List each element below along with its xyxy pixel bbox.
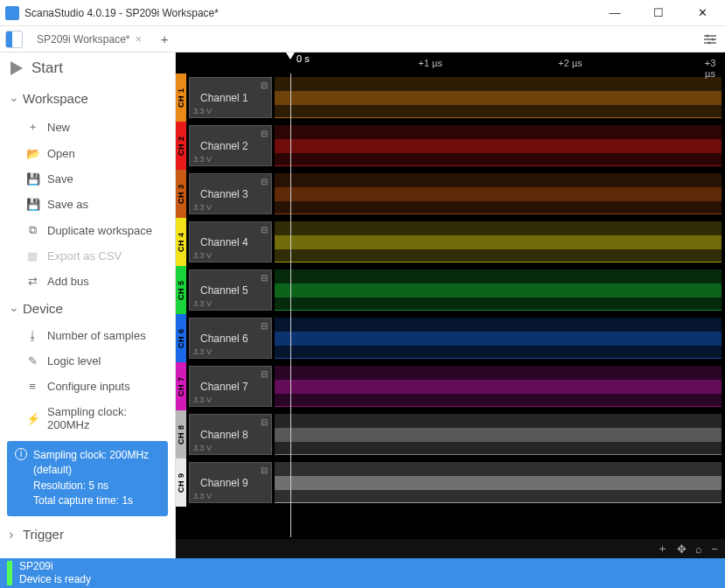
channel-tag[interactable]: CH 8 [176,410,186,458]
channel-header[interactable]: Channel 83.3 V⊟ [189,414,272,455]
chevron-right-icon [9,556,17,558]
start-label: Start [31,60,63,77]
sidebar-item-duplicate[interactable]: ⧉Duplicate workspace [0,217,175,243]
channel-header[interactable]: Channel 63.3 V⊟ [189,318,272,359]
channel-list: CH 1Channel 13.3 V⊟CH 2Channel 23.3 V⊟CH… [176,74,725,539]
channel-trace[interactable] [275,173,722,214]
window-title: ScanaStudio 4.0.19 - SP209i Workspace* [24,7,603,19]
channel-tag[interactable]: CH 4 [176,218,186,266]
sidebar-item-configure-inputs[interactable]: ≡Configure inputs [0,374,175,399]
channel-header[interactable]: Channel 23.3 V⊟ [189,125,272,166]
channel-tag[interactable]: CH 2 [176,122,186,170]
channel-row[interactable]: CH 7Channel 73.3 V⊟ [176,362,725,410]
section-trigger[interactable]: Trigger [0,520,175,550]
collapse-icon[interactable]: ⊟ [261,129,268,138]
device-indicator-icon[interactable] [5,31,23,48]
channel-tag[interactable]: CH 7 [176,362,186,410]
channel-trace[interactable] [275,125,722,166]
waveform-toolbar: ＋ ✥ ⌕ − [176,539,725,558]
collapse-icon[interactable]: ⊟ [261,80,268,90]
status-device: SP209i [19,560,91,573]
channel-row[interactable]: CH 6Channel 63.3 V⊟ [176,314,725,362]
channel-voltage: 3.3 V [193,299,212,308]
channel-trace[interactable] [275,414,722,455]
section-workspace[interactable]: Workspace [0,84,175,113]
download-icon: ⭳ [26,329,38,342]
add-tab-button[interactable]: + [156,29,173,50]
sidebar-item-save-as[interactable]: 💾Save as [0,192,175,217]
close-button[interactable]: ✕ [690,4,715,22]
channel-row[interactable]: CH 1Channel 13.3 V⊟ [176,74,725,122]
pan-button[interactable]: ✥ [677,542,687,556]
workspace-tab[interactable]: SP209i Workspace* × [28,29,150,50]
sidebar-item-export-csv: ▦Export as CSV [0,243,175,269]
section-device[interactable]: Device [0,294,175,323]
chevron-down-icon [9,302,17,316]
svg-point-2 [708,41,711,44]
sidebar-item-open[interactable]: 📂Open [0,141,175,166]
chevron-right-icon [9,527,17,542]
section-protocols[interactable]: Protocols [0,550,175,558]
add-marker-button[interactable]: ＋ [657,541,668,556]
time-ruler[interactable]: 0 s +1 µs +2 µs +3 µs [176,52,725,74]
app-icon [5,6,19,20]
workspace-tab-label: SP209i Workspace* [37,33,130,46]
sidebar-item-sampling-clock[interactable]: ⚡Sampling clock: 200MHz [0,399,175,438]
channel-row[interactable]: CH 5Channel 53.3 V⊟ [176,266,725,314]
settings-icon[interactable] [701,30,720,49]
collapse-icon[interactable]: ⊟ [261,369,268,379]
sidebar-item-new[interactable]: ＋New [0,113,175,141]
waveform-area[interactable]: 0 s +1 µs +2 µs +3 µs CH 1Channel 13.3 V… [176,52,725,558]
channel-header[interactable]: Channel 33.3 V⊟ [189,173,272,214]
channel-tag[interactable]: CH 6 [176,314,186,362]
channel-header[interactable]: Channel 13.3 V⊟ [189,77,272,118]
channel-trace[interactable] [275,462,722,503]
sidebar-item-add-bus[interactable]: ⇄Add bus [0,269,175,294]
sampling-clock-info: i Sampling clock: 200MHz (default) Resol… [7,441,168,516]
svg-point-1 [712,38,715,40]
fit-button[interactable]: − [711,542,718,556]
channel-trace[interactable] [275,221,722,262]
sidebar-item-save[interactable]: 💾Save [0,166,175,192]
maximize-button[interactable]: ☐ [646,4,671,22]
collapse-icon[interactable]: ⊟ [261,417,268,427]
channel-header[interactable]: Channel 53.3 V⊟ [189,270,272,311]
close-icon[interactable]: × [136,32,143,46]
zoom-button[interactable]: ⌕ [695,542,702,556]
channel-tag[interactable]: CH 5 [176,266,186,314]
channel-voltage: 3.3 V [193,492,212,500]
channel-name: Channel 7 [200,381,271,393]
collapse-icon[interactable]: ⊟ [261,225,268,234]
save-icon: 💾 [26,172,38,186]
collapse-icon[interactable]: ⊟ [261,321,268,331]
collapse-icon[interactable]: ⊟ [261,177,268,186]
plus-icon: ＋ [26,119,38,135]
channel-row[interactable]: CH 3Channel 33.3 V⊟ [176,170,725,218]
sidebar-item-logic-level[interactable]: ✎Logic level [0,348,175,374]
cursor-line[interactable] [290,74,291,537]
channel-header[interactable]: Channel 73.3 V⊟ [189,366,272,407]
channel-tag[interactable]: CH 9 [176,458,186,507]
channel-tag[interactable]: CH 1 [176,74,186,122]
channel-row[interactable]: CH 9Channel 93.3 V⊟ [176,458,725,507]
chevron-down-icon [9,92,17,106]
channel-trace[interactable] [275,270,722,311]
channel-row[interactable]: CH 4Channel 43.3 V⊟ [176,218,725,266]
collapse-icon[interactable]: ⊟ [261,466,268,475]
channel-trace[interactable] [275,366,722,407]
section-device-label: Device [23,301,63,316]
channel-name: Channel 5 [200,284,271,297]
channel-trace[interactable] [275,318,722,359]
channel-row[interactable]: CH 2Channel 23.3 V⊟ [176,122,725,170]
channel-tag[interactable]: CH 3 [176,170,186,218]
sidebar-item-num-samples[interactable]: ⭳Number of samples [0,323,175,348]
start-button[interactable]: Start [0,52,175,84]
collapse-icon[interactable]: ⊟ [261,273,268,283]
channel-trace[interactable] [275,77,722,118]
channel-row[interactable]: CH 8Channel 83.3 V⊟ [176,410,725,458]
info-line-1: Sampling clock: 200MHz (default) [33,448,159,479]
channel-header[interactable]: Channel 93.3 V⊟ [189,462,272,503]
minimize-button[interactable]: — [603,4,627,22]
channel-header[interactable]: Channel 43.3 V⊟ [189,221,272,262]
info-line-3: Total capture time: 1s [33,494,159,508]
